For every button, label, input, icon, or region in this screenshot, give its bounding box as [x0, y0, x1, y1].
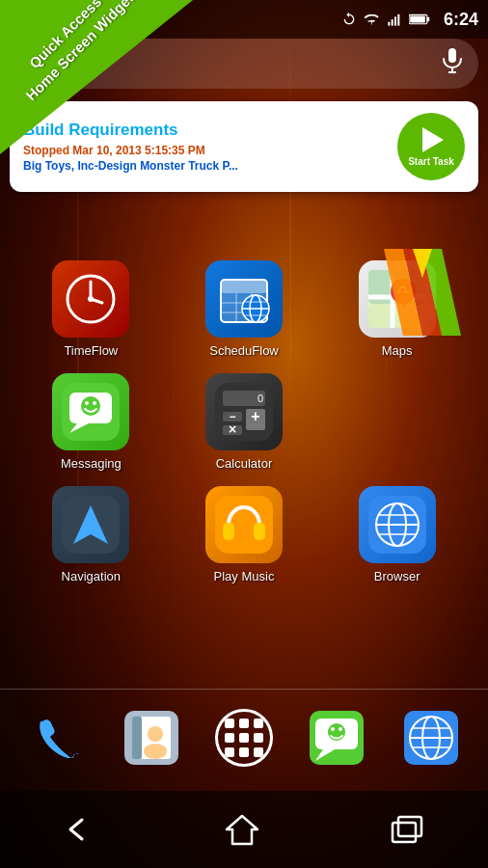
battery-icon — [409, 13, 430, 26]
dock — [0, 694, 488, 781]
rotate-icon — [341, 12, 357, 27]
app-playmusic[interactable]: Play Music — [173, 486, 316, 583]
svg-rect-83 — [393, 823, 416, 842]
svg-point-43 — [85, 401, 89, 405]
messaging-label: Messaging — [61, 456, 122, 471]
svg-rect-3 — [397, 14, 399, 26]
multicolor-flag-icon — [384, 249, 461, 339]
svg-rect-20 — [221, 280, 267, 293]
svg-text:+: + — [251, 408, 259, 424]
timeflow-label: TimeFlow — [64, 343, 118, 358]
svg-rect-1 — [392, 19, 393, 26]
dock-app-drawer[interactable] — [215, 709, 273, 767]
svg-text:×: × — [229, 421, 236, 437]
browser-label: Browser — [374, 569, 420, 583]
app-navigation[interactable]: Navigation — [19, 486, 163, 583]
app-browser[interactable]: Browser — [325, 486, 469, 583]
svg-rect-5 — [410, 15, 425, 22]
svg-rect-7 — [448, 48, 456, 63]
dock-browser[interactable] — [399, 707, 462, 770]
grid-dots-icon — [225, 719, 263, 757]
app-timeflow[interactable]: TimeFlow — [19, 260, 163, 358]
svg-point-75 — [339, 727, 342, 731]
phone-dock-icon — [26, 707, 89, 770]
dock-contacts[interactable] — [121, 707, 183, 770]
scheduflow-icon — [205, 260, 283, 338]
maps-label: Maps — [382, 343, 413, 358]
contacts-dock-icon — [121, 707, 183, 770]
navigation-label: Navigation — [62, 569, 121, 583]
dock-phone[interactable] — [26, 707, 89, 770]
svg-point-17 — [88, 296, 94, 302]
play-arrow-icon — [422, 127, 444, 152]
timeflow-icon — [52, 260, 129, 338]
svg-rect-67 — [132, 717, 142, 759]
calculator-icon: − + × 0 — [205, 373, 283, 450]
clock: 6:24 — [444, 10, 478, 30]
app-calculator[interactable]: − + × 0 Calculator — [173, 373, 316, 471]
svg-rect-58 — [254, 523, 265, 540]
scheduflow-label: ScheduFlow — [209, 343, 279, 358]
navigation-icon — [52, 486, 129, 563]
back-button[interactable] — [65, 816, 95, 843]
browser-dock-icon — [399, 707, 462, 770]
svg-point-69 — [144, 744, 167, 759]
svg-point-44 — [93, 401, 96, 405]
dock-divider — [0, 689, 488, 690]
app-messaging[interactable]: Messaging — [19, 373, 163, 471]
app-scheduflow[interactable]: ScheduFlow — [173, 260, 316, 358]
recents-button[interactable] — [389, 815, 423, 844]
home-button[interactable] — [225, 812, 259, 847]
widget-start-task-button[interactable]: Start Task — [397, 113, 465, 180]
calculator-label: Calculator — [216, 456, 273, 471]
playmusic-icon — [205, 486, 283, 563]
app-drawer-dock-icon — [215, 709, 273, 767]
svg-point-68 — [148, 726, 163, 742]
messaging-dock-icon — [305, 707, 367, 770]
svg-rect-2 — [394, 16, 396, 25]
messaging-icon — [52, 373, 129, 450]
mic-icon[interactable] — [442, 48, 463, 79]
svg-point-74 — [331, 727, 335, 731]
wifi-icon — [363, 12, 380, 27]
dock-messaging[interactable] — [305, 707, 367, 770]
start-task-label: Start Task — [408, 156, 454, 167]
quick-access-banner: Quick Access Home Screen Widget — [0, 0, 193, 154]
widget-description: Big Toys, Inc-Design Monster Truck P... — [23, 159, 388, 173]
svg-rect-6 — [427, 17, 429, 22]
svg-rect-84 — [398, 817, 421, 836]
nav-bar — [0, 791, 488, 868]
svg-rect-57 — [223, 523, 234, 540]
svg-rect-0 — [388, 22, 390, 26]
svg-text:0: 0 — [258, 393, 263, 404]
signal-icon — [386, 12, 403, 27]
status-icons: 6:24 — [341, 10, 478, 30]
svg-marker-82 — [227, 816, 258, 844]
playmusic-label: Play Music — [214, 569, 275, 583]
browser-icon — [359, 486, 436, 563]
